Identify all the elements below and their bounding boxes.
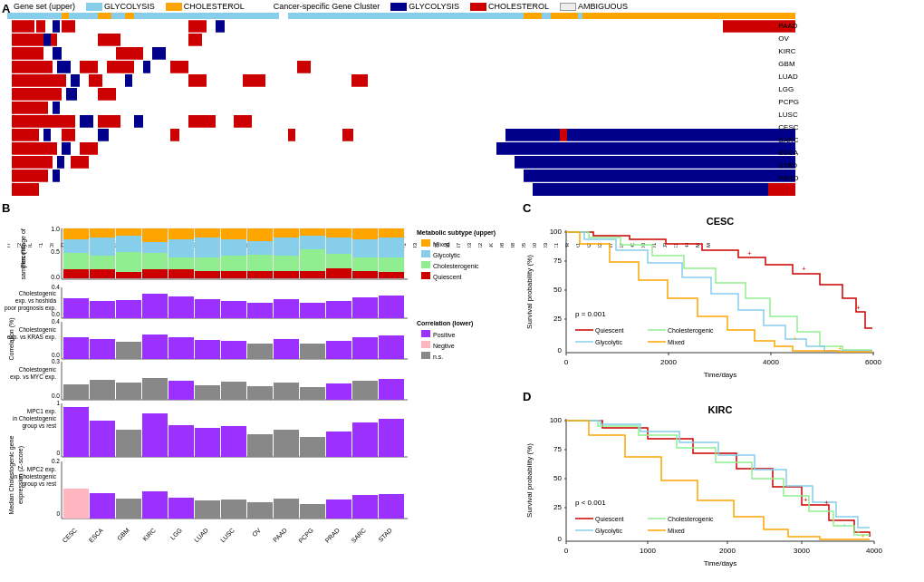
svg-rect-194 xyxy=(195,271,220,278)
svg-text:group vs rest: group vs rest xyxy=(22,422,56,430)
svg-text:group vs rest: group vs rest xyxy=(22,480,56,488)
svg-text:Positive: Positive xyxy=(433,332,456,338)
cancer-label-gbm: GBM xyxy=(778,58,799,71)
svg-text:poor prognosis exp.: poor prognosis exp. xyxy=(5,305,56,312)
svg-text:1000: 1000 xyxy=(640,547,656,555)
svg-rect-176 xyxy=(116,228,141,236)
svg-rect-23 xyxy=(12,47,43,60)
svg-rect-45 xyxy=(66,88,77,101)
heatmap-svg xyxy=(7,13,795,199)
svg-text:Survival probability (%): Survival probability (%) xyxy=(525,255,534,329)
cluster-glycolysis-box xyxy=(390,3,407,11)
svg-text:Mixed: Mixed xyxy=(433,241,450,247)
svg-text:25: 25 xyxy=(553,315,562,323)
svg-rect-182 xyxy=(142,242,168,253)
svg-rect-259 xyxy=(274,299,299,318)
svg-text:+: + xyxy=(856,304,861,312)
svg-rect-322 xyxy=(221,426,246,457)
svg-rect-50 xyxy=(7,115,795,128)
svg-rect-257 xyxy=(221,301,246,318)
svg-text:Cholestogenic: Cholestogenic xyxy=(19,290,57,297)
svg-rect-201 xyxy=(247,228,273,241)
cancer-label-pcpg: PCPG xyxy=(778,96,799,109)
svg-rect-251 xyxy=(63,298,89,318)
svg-rect-324 xyxy=(274,430,299,457)
svg-rect-272 xyxy=(116,342,141,359)
svg-text:LUSC: LUSC xyxy=(219,527,236,543)
cluster-ambiguous: AMBIGUOUS xyxy=(560,2,628,11)
cluster-cholesterol: CHOLESTEROL xyxy=(470,2,549,11)
svg-rect-187 xyxy=(168,239,194,257)
cancer-label-paad: PAAD xyxy=(778,20,799,33)
svg-text:0.0: 0.0 xyxy=(52,352,60,358)
svg-rect-227 xyxy=(379,238,404,257)
svg-rect-198 xyxy=(221,256,246,271)
svg-rect-304 xyxy=(421,341,430,348)
svg-text:2000: 2000 xyxy=(719,547,736,555)
svg-rect-178 xyxy=(116,252,141,272)
svg-rect-71 xyxy=(496,142,795,155)
svg-rect-339 xyxy=(142,491,168,519)
svg-rect-253 xyxy=(116,300,141,318)
svg-rect-306 xyxy=(421,352,430,359)
svg-rect-49 xyxy=(53,102,60,114)
svg-rect-80 xyxy=(524,170,795,182)
svg-text:OV: OV xyxy=(251,527,262,538)
svg-text:expression (Z-score): expression (Z-score) xyxy=(17,446,24,504)
svg-rect-345 xyxy=(300,504,325,519)
cancer-label-cesc: CESC xyxy=(778,121,799,134)
svg-text:Median Cholestogenic gene: Median Cholestogenic gene xyxy=(8,436,15,515)
svg-text:0: 0 xyxy=(564,358,569,366)
svg-rect-229 xyxy=(379,272,404,278)
svg-rect-261 xyxy=(326,301,351,318)
svg-rect-168 xyxy=(63,253,89,269)
svg-text:p < 0.001: p < 0.001 xyxy=(575,499,606,507)
svg-rect-174 xyxy=(90,269,115,278)
svg-rect-282 xyxy=(379,335,404,359)
svg-text:0.4: 0.4 xyxy=(52,284,60,290)
svg-text:Quiescent: Quiescent xyxy=(595,327,624,335)
cancer-label-sarc: SARC xyxy=(778,134,799,147)
svg-rect-39 xyxy=(125,74,132,87)
svg-rect-213 xyxy=(300,249,325,271)
svg-rect-323 xyxy=(247,434,273,457)
svg-rect-7 xyxy=(578,13,582,19)
svg-text:75: 75 xyxy=(553,445,562,453)
svg-rect-292 xyxy=(142,378,168,400)
svg-rect-239 xyxy=(421,261,430,268)
svg-rect-171 xyxy=(90,228,115,238)
svg-text:Time/days: Time/days xyxy=(704,559,737,567)
svg-rect-223 xyxy=(352,257,378,271)
svg-text:0.0: 0.0 xyxy=(51,274,60,280)
svg-text:CESC: CESC xyxy=(61,527,78,544)
svg-text:100: 100 xyxy=(550,228,563,236)
svg-rect-293 xyxy=(168,381,194,400)
svg-text:Negtive: Negtive xyxy=(433,343,455,350)
svg-rect-33 xyxy=(170,61,188,73)
svg-text:n.s.: n.s. xyxy=(433,354,443,360)
svg-rect-326 xyxy=(326,432,351,457)
svg-text:GBM: GBM xyxy=(116,527,130,541)
svg-rect-348 xyxy=(379,494,404,519)
svg-text:0.2: 0.2 xyxy=(52,458,60,464)
svg-rect-301 xyxy=(379,379,404,400)
svg-rect-2 xyxy=(98,13,111,19)
svg-rect-279 xyxy=(300,344,325,359)
svg-rect-13 xyxy=(188,20,207,33)
svg-text:50: 50 xyxy=(553,474,562,482)
svg-rect-20 xyxy=(98,34,120,46)
svg-rect-8 xyxy=(7,20,795,33)
svg-rect-3 xyxy=(125,13,134,19)
svg-rect-209 xyxy=(274,271,299,278)
svg-text:ESCA: ESCA xyxy=(88,527,105,544)
svg-rect-219 xyxy=(326,268,351,278)
svg-rect-336 xyxy=(63,489,89,519)
svg-text:2000: 2000 xyxy=(660,358,677,366)
svg-rect-44 xyxy=(12,88,62,101)
svg-rect-10 xyxy=(36,20,45,33)
svg-rect-12 xyxy=(62,20,75,33)
svg-text:Mixed: Mixed xyxy=(668,528,685,534)
svg-rect-51 xyxy=(12,115,75,128)
svg-text:Cholestogenic: Cholestogenic xyxy=(19,366,57,373)
svg-rect-36 xyxy=(12,74,66,87)
